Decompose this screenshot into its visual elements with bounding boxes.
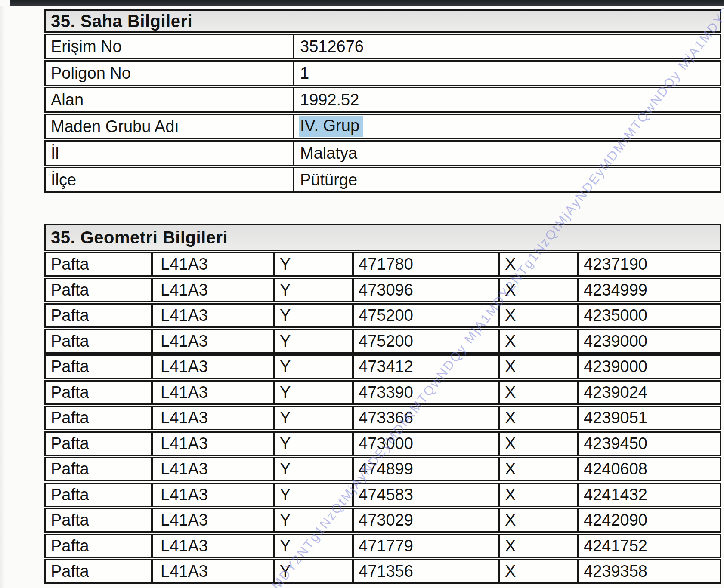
y-value-cell: 473029 xyxy=(352,509,498,531)
sheet-code-cell: L41A3 xyxy=(151,560,273,582)
x-label-cell: X xyxy=(498,458,577,480)
saha-table-title: 35. Saha Bilgileri xyxy=(44,9,721,33)
sheet-code-cell: L41A3 xyxy=(151,253,273,275)
pafta-label-cell: Pafta xyxy=(46,509,151,531)
y-value-cell: 471780 xyxy=(352,253,498,275)
field-value-cell: 1992.52 xyxy=(293,88,720,111)
saha-table-row: Erişim No 3512676 xyxy=(44,34,721,59)
y-value-cell: 471779 xyxy=(352,535,498,557)
sheet-code-cell: L41A3 xyxy=(151,407,273,429)
sheet-code-cell: L41A3 xyxy=(151,433,273,455)
y-label-cell: Y xyxy=(273,305,352,326)
x-value-cell: 4239358 xyxy=(577,560,720,582)
sheet-code-cell: L41A3 xyxy=(151,279,273,301)
y-value-cell: 473366 xyxy=(352,407,498,429)
x-value-cell: 4240608 xyxy=(577,458,720,480)
x-value-cell: 4239051 xyxy=(577,407,720,429)
pafta-label-cell: Pafta xyxy=(46,458,151,480)
geometri-table-row: Pafta L41A3 Y 471356 X 4239358 xyxy=(44,559,721,584)
saha-table-row: Alan 1992.52 xyxy=(44,87,721,113)
sheet-code-cell: L41A3 xyxy=(151,509,273,531)
pafta-label-cell: Pafta xyxy=(46,356,151,378)
sheet-code-cell: L41A3 xyxy=(151,356,273,378)
y-value-cell: 473000 xyxy=(352,433,498,455)
geometri-rows-container: Pafta L41A3 Y 471780 X 4237190 Pafta L41… xyxy=(44,252,721,584)
geometri-table-row: Pafta L41A3 Y 474899 X 4240608 xyxy=(44,457,721,481)
x-value-cell: 4239450 xyxy=(577,433,720,455)
field-value-cell: Pütürge xyxy=(293,168,720,191)
field-label-cell: Maden Grubu Adı xyxy=(46,115,293,138)
y-label-cell: Y xyxy=(273,407,352,429)
geometri-table-row: Pafta L41A3 Y 473366 X 4239051 xyxy=(44,406,721,430)
x-value-cell: 4237190 xyxy=(577,253,720,275)
y-label-cell: Y xyxy=(273,382,352,403)
sheet-code-cell: L41A3 xyxy=(151,535,273,557)
x-value-cell: 4239000 xyxy=(577,356,720,378)
x-label-cell: X xyxy=(498,253,577,275)
sheet-code-cell: L41A3 xyxy=(151,382,273,403)
x-value-cell: 4241432 xyxy=(577,484,720,506)
geometri-table-row: Pafta L41A3 Y 471780 X 4237190 xyxy=(44,252,721,277)
pafta-label-cell: Pafta xyxy=(46,253,151,275)
geometri-table-row: Pafta L41A3 Y 473000 X 4239450 xyxy=(44,431,721,456)
pafta-label-cell: Pafta xyxy=(46,382,151,403)
selected-text-highlight: IV. Grup xyxy=(299,116,363,137)
y-label-cell: Y xyxy=(273,535,352,557)
y-label-cell: Y xyxy=(273,279,352,301)
geometri-table-row: Pafta L41A3 Y 471779 X 4241752 xyxy=(44,534,721,558)
geometri-table-row: Pafta L41A3 Y 473390 X 4239024 xyxy=(44,380,721,405)
pafta-label-cell: Pafta xyxy=(46,305,151,326)
y-label-cell: Y xyxy=(273,458,352,480)
x-label-cell: X xyxy=(498,279,577,301)
y-value-cell: 473390 xyxy=(352,382,498,403)
viewer-top-bar xyxy=(10,0,724,6)
field-value-cell: 3512676 xyxy=(293,35,720,58)
saha-table-row: İlçe Pütürge xyxy=(44,167,721,193)
x-label-cell: X xyxy=(498,560,577,582)
x-label-cell: X xyxy=(498,484,577,506)
geometri-table-row: Pafta L41A3 Y 475200 X 4235000 xyxy=(44,303,721,328)
x-value-cell: 4234999 xyxy=(577,279,720,301)
field-label-cell: İl xyxy=(46,142,293,165)
x-label-cell: X xyxy=(498,407,577,429)
geometri-table-row: Pafta L41A3 Y 473412 X 4239000 xyxy=(44,354,721,379)
x-label-cell: X xyxy=(498,535,577,557)
field-label-cell: Poligon No xyxy=(46,62,293,85)
y-value-cell: 473412 xyxy=(352,356,498,378)
x-label-cell: X xyxy=(498,509,577,531)
pafta-label-cell: Pafta xyxy=(46,560,151,582)
saha-table-row: Poligon No 1 xyxy=(44,60,721,86)
sheet-code-cell: L41A3 xyxy=(151,305,273,326)
y-value-cell: 475200 xyxy=(352,330,498,352)
pafta-label-cell: Pafta xyxy=(46,279,151,301)
pafta-label-cell: Pafta xyxy=(46,433,151,455)
x-label-cell: X xyxy=(498,382,577,403)
page-edge-shade xyxy=(0,6,5,588)
sheet-code-cell: L41A3 xyxy=(151,458,273,480)
y-value-cell: 475200 xyxy=(352,305,498,326)
y-value-cell: 474899 xyxy=(352,458,498,480)
y-value-cell: 474583 xyxy=(352,484,498,506)
x-value-cell: 4241752 xyxy=(577,535,720,557)
y-label-cell: Y xyxy=(273,253,352,275)
saha-table-row: İl Malatya xyxy=(44,140,721,166)
sheet-code-cell: L41A3 xyxy=(151,330,273,352)
sheet-code-cell: L41A3 xyxy=(151,484,273,506)
saha-rows-container: Erişim No 3512676 Poligon No 1 Alan 1992… xyxy=(44,34,721,193)
x-value-cell: 4239000 xyxy=(577,330,720,352)
geometri-table-row: Pafta L41A3 Y 475200 X 4239000 xyxy=(44,329,721,354)
y-label-cell: Y xyxy=(273,484,352,506)
pafta-label-cell: Pafta xyxy=(46,407,151,429)
pafta-label-cell: Pafta xyxy=(46,330,151,352)
y-label-cell: Y xyxy=(273,433,352,455)
geometri-table-title: 35. Geometri Bilgileri xyxy=(44,224,721,251)
y-value-cell: 473096 xyxy=(352,279,498,301)
pafta-label-cell: Pafta xyxy=(46,535,151,557)
x-label-cell: X xyxy=(498,433,577,455)
y-label-cell: Y xyxy=(273,356,352,378)
y-value-cell: 471356 xyxy=(352,560,498,582)
x-value-cell: 4242090 xyxy=(577,509,720,531)
x-value-cell: 4239024 xyxy=(577,382,720,403)
field-label-cell: İlçe xyxy=(46,168,293,191)
field-value-cell: Malatya xyxy=(293,142,720,165)
